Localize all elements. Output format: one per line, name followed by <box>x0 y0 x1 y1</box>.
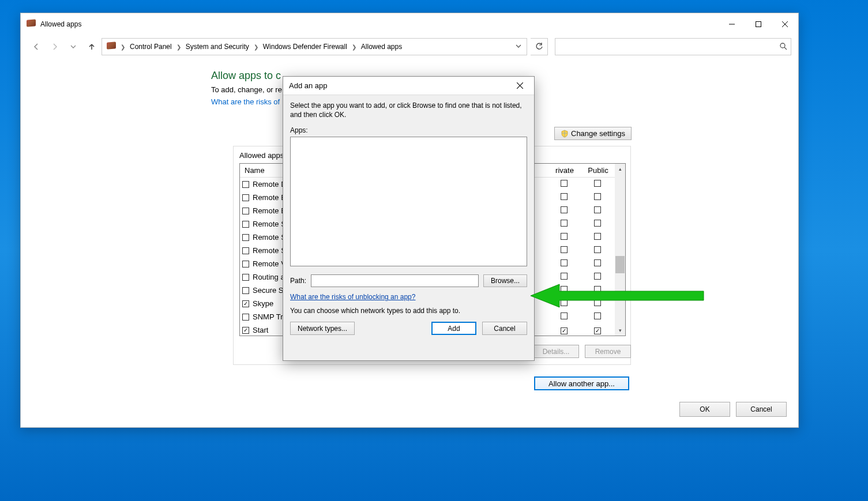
risks-unblocking-link[interactable]: What are the risks of unblocking an app? <box>290 293 527 301</box>
network-types-button[interactable]: Network types... <box>290 322 355 335</box>
public-checkbox[interactable] <box>581 180 615 189</box>
dialog-title: Add an app <box>289 81 328 90</box>
private-checkbox[interactable] <box>548 259 581 268</box>
public-checkbox[interactable] <box>581 273 615 281</box>
firewall-icon <box>107 42 116 51</box>
breadcrumb-dropdown[interactable] <box>513 43 524 51</box>
crumb-allowed-apps[interactable]: Allowed apps <box>359 42 404 52</box>
public-checkbox[interactable] <box>581 326 615 334</box>
forward-button[interactable] <box>46 38 63 55</box>
public-checkbox[interactable] <box>581 286 615 295</box>
browse-button[interactable]: Browse... <box>483 274 527 287</box>
row-checkbox[interactable] <box>242 208 249 214</box>
private-checkbox[interactable] <box>548 220 581 228</box>
row-checkbox[interactable] <box>242 261 249 268</box>
public-checkbox[interactable] <box>581 299 615 308</box>
scroll-up-button[interactable]: ▴ <box>615 164 625 174</box>
private-checkbox[interactable] <box>548 326 581 334</box>
col-private[interactable]: rivate <box>548 164 581 177</box>
public-checkbox[interactable] <box>581 312 615 321</box>
col-public[interactable]: Public <box>581 164 615 177</box>
change-settings-button[interactable]: Change settings <box>554 127 632 140</box>
row-checkbox[interactable] <box>242 327 249 334</box>
crumb-system-security[interactable]: System and Security <box>183 42 251 52</box>
shield-icon <box>561 130 569 138</box>
public-checkbox[interactable] <box>581 233 615 242</box>
crumb-defender-firewall[interactable]: Windows Defender Firewall <box>261 42 350 52</box>
search-icon <box>779 42 787 52</box>
public-checkbox[interactable] <box>581 206 615 215</box>
minimize-button[interactable] <box>719 16 745 33</box>
ok-button[interactable]: OK <box>679 402 730 417</box>
change-settings-label: Change settings <box>571 129 625 138</box>
titlebar: Allowed apps <box>21 13 798 35</box>
public-checkbox[interactable] <box>581 193 615 202</box>
dialog-body: Select the app you want to add, or click… <box>283 95 534 360</box>
chevron-right-icon[interactable]: ❯ <box>351 44 358 50</box>
scroll-down-button[interactable]: ▾ <box>615 325 625 336</box>
row-checkbox[interactable] <box>242 287 249 294</box>
cancel-button[interactable]: Cancel <box>736 402 787 417</box>
private-checkbox[interactable] <box>548 193 581 202</box>
crumb-control-panel[interactable]: Control Panel <box>127 42 174 52</box>
back-button[interactable] <box>28 38 45 55</box>
add-button[interactable]: Add <box>431 322 476 335</box>
chevron-right-icon[interactable]: ❯ <box>119 44 126 50</box>
row-checkbox[interactable] <box>242 234 249 241</box>
apps-label: Apps: <box>290 126 527 134</box>
network-types-note: You can choose which network types to ad… <box>290 307 527 315</box>
path-input[interactable] <box>311 274 479 287</box>
apps-listbox[interactable] <box>290 137 527 266</box>
details-button[interactable]: Details... <box>533 345 579 358</box>
private-checkbox[interactable] <box>548 286 581 295</box>
row-checkbox[interactable] <box>242 181 249 188</box>
close-button[interactable] <box>772 16 798 33</box>
scrollbar[interactable]: ▴ ▾ <box>615 164 625 336</box>
private-checkbox[interactable] <box>548 299 581 308</box>
chevron-right-icon[interactable]: ❯ <box>175 44 182 50</box>
scroll-thumb[interactable] <box>615 256 625 273</box>
svg-rect-1 <box>756 22 761 27</box>
add-an-app-dialog: Add an app Select the app you want to ad… <box>283 76 535 361</box>
refresh-button[interactable] <box>531 38 548 55</box>
firewall-icon <box>27 20 36 29</box>
remove-button[interactable]: Remove <box>585 345 631 358</box>
dialog-close-button[interactable] <box>511 79 528 93</box>
row-checkbox[interactable] <box>242 247 249 254</box>
public-checkbox[interactable] <box>581 246 615 255</box>
row-checkbox[interactable] <box>242 314 249 321</box>
allow-another-app-button[interactable]: Allow another app... <box>534 376 629 390</box>
private-checkbox[interactable] <box>548 273 581 281</box>
up-button[interactable] <box>83 38 100 55</box>
public-checkbox[interactable] <box>581 220 615 228</box>
public-checkbox[interactable] <box>581 259 615 268</box>
path-label: Path: <box>290 277 306 285</box>
footer-buttons: OK Cancel <box>679 402 787 417</box>
svg-line-5 <box>784 47 787 50</box>
svg-point-4 <box>780 43 785 48</box>
row-checkbox[interactable] <box>242 194 249 201</box>
row-checkbox[interactable] <box>242 221 249 228</box>
dialog-cancel-button[interactable]: Cancel <box>482 322 527 335</box>
row-checkbox[interactable] <box>242 300 249 307</box>
window-title: Allowed apps <box>40 20 81 28</box>
private-checkbox[interactable] <box>548 246 581 255</box>
breadcrumb[interactable]: ❯ Control Panel ❯ System and Security ❯ … <box>102 38 527 55</box>
private-checkbox[interactable] <box>548 312 581 321</box>
dialog-instruction: Select the app you want to add, or click… <box>290 101 527 119</box>
private-checkbox[interactable] <box>548 233 581 242</box>
maximize-button[interactable] <box>745 16 772 33</box>
dialog-titlebar: Add an app <box>283 77 534 95</box>
recent-dropdown[interactable] <box>65 38 82 55</box>
navbar: ❯ Control Panel ❯ System and Security ❯ … <box>21 35 798 58</box>
private-checkbox[interactable] <box>548 206 581 215</box>
row-checkbox[interactable] <box>242 274 249 281</box>
search-input[interactable] <box>555 38 791 55</box>
private-checkbox[interactable] <box>548 180 581 189</box>
chevron-right-icon[interactable]: ❯ <box>253 44 260 50</box>
